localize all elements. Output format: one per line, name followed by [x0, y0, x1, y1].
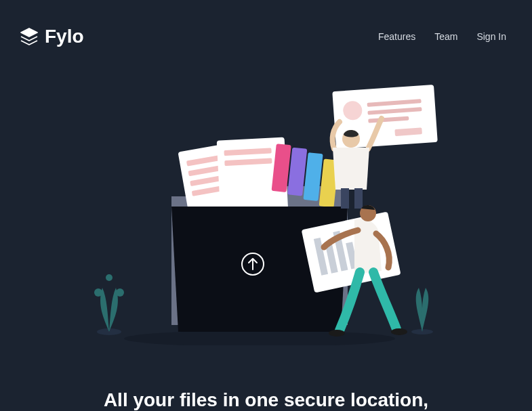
header: Fylo Features Team Sign In [0, 0, 532, 47]
logo[interactable]: Fylo [19, 26, 84, 47]
nav-signin[interactable]: Sign In [476, 31, 506, 42]
plant-left-icon [94, 274, 124, 335]
svg-point-1 [94, 288, 102, 297]
svg-point-2 [116, 288, 124, 297]
plant-right-icon [411, 288, 433, 334]
svg-point-5 [124, 330, 395, 345]
nav-team[interactable]: Team [434, 31, 457, 42]
logo-text: Fylo [45, 26, 84, 47]
svg-rect-26 [341, 188, 349, 209]
hero-illustration [83, 74, 449, 345]
svg-point-35 [391, 328, 407, 335]
person-top-icon [332, 85, 438, 209]
nav-features[interactable]: Features [378, 31, 415, 42]
nav: Features Team Sign In [378, 31, 506, 42]
svg-point-3 [106, 274, 112, 281]
hero [0, 47, 532, 345]
svg-point-34 [329, 330, 345, 337]
svg-rect-27 [354, 188, 363, 209]
hero-headline: All your files in one secure location, [0, 389, 532, 411]
layers-icon [19, 26, 39, 47]
